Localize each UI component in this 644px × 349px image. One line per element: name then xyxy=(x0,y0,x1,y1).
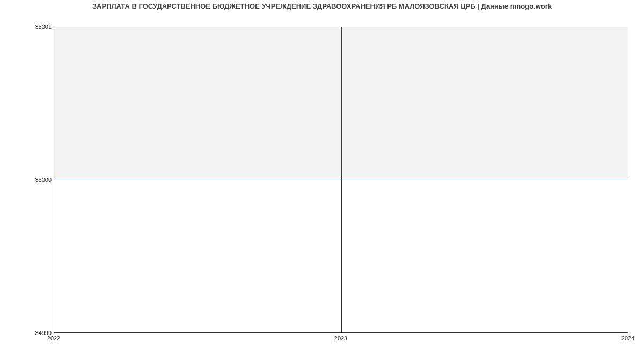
chart-container: ЗАРПЛАТА В ГОСУДАРСТВЕННОЕ БЮДЖЕТНОЕ УЧР… xyxy=(0,0,644,349)
y-tick-label: 35000 xyxy=(19,177,52,183)
plot-area xyxy=(54,27,628,333)
y-tick-label: 35001 xyxy=(19,24,52,30)
chart-title: ЗАРПЛАТА В ГОСУДАРСТВЕННОЕ БЮДЖЕТНОЕ УЧР… xyxy=(0,2,644,10)
gridline-2023 xyxy=(341,27,342,332)
x-tick-label: 2024 xyxy=(621,335,634,341)
x-tick-label: 2023 xyxy=(334,335,347,341)
x-tick-label: 2022 xyxy=(47,335,60,341)
